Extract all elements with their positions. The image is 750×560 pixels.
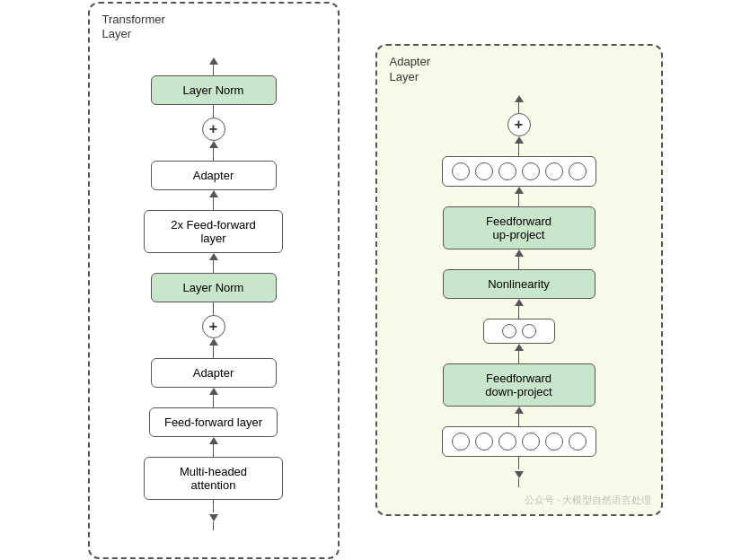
seg bbox=[213, 105, 215, 118]
seg bbox=[518, 457, 520, 469]
feedforward-label: 2x Feed-forwardlayer bbox=[171, 218, 256, 245]
feed-forward-box: Feed-forward layer bbox=[149, 407, 278, 437]
tip bbox=[515, 299, 524, 306]
plus-circle-top: + bbox=[202, 118, 225, 141]
adapter-title-line1: Adapter bbox=[390, 55, 431, 68]
output-arrow-top bbox=[209, 57, 218, 75]
arrow1 bbox=[213, 105, 215, 118]
attention-label: Multi-headedattention bbox=[180, 465, 247, 492]
seg bbox=[213, 444, 215, 457]
transformer-title-line1: Transformer bbox=[102, 13, 165, 26]
tip bbox=[515, 407, 524, 414]
rarrow5 bbox=[515, 344, 524, 363]
circle-1 bbox=[452, 162, 470, 180]
tip bbox=[209, 338, 218, 346]
seg bbox=[213, 346, 215, 358]
watermark-text: 公众号 · 大模型自然语言处理 bbox=[525, 494, 651, 505]
feedforward-up-label: Feedforwardup-project bbox=[486, 214, 551, 241]
arrow-tip bbox=[209, 57, 218, 65]
adapter-title-line2: Layer bbox=[390, 70, 419, 83]
output-circles-row bbox=[442, 156, 596, 187]
arrow7 bbox=[209, 388, 218, 407]
layer-norm-top-box: Layer Norm bbox=[151, 75, 277, 105]
tip bbox=[209, 514, 218, 521]
tip bbox=[209, 437, 218, 444]
tip bbox=[515, 249, 524, 257]
seg bbox=[518, 351, 520, 363]
feedforward-down-label: Feedforwarddown-project bbox=[485, 372, 551, 398]
tip bbox=[209, 190, 218, 197]
main-container: Transformer Layer Layer Norm + bbox=[70, 0, 681, 560]
rarrow2 bbox=[515, 187, 524, 206]
arrow8 bbox=[209, 437, 218, 457]
tip bbox=[515, 471, 524, 478]
tip bbox=[515, 95, 524, 102]
nonlinearity-label: Nonlinearity bbox=[488, 277, 550, 291]
arrow6 bbox=[209, 338, 218, 358]
layer-norm-mid-label: Layer Norm bbox=[183, 281, 244, 294]
seg bbox=[213, 260, 215, 273]
transformer-title-line2: Layer bbox=[102, 27, 132, 40]
seg bbox=[213, 148, 215, 161]
in-circle-1 bbox=[452, 433, 470, 451]
feedforward-down-box: Feedforwarddown-project bbox=[443, 363, 596, 407]
rarrow4 bbox=[515, 299, 524, 319]
seg bbox=[213, 521, 215, 530]
plus-circle-right: + bbox=[507, 113, 531, 136]
circle-5 bbox=[545, 162, 563, 180]
seg bbox=[213, 302, 215, 315]
tip bbox=[515, 187, 524, 194]
adapter-diagram: Adapter Layer + bbox=[375, 44, 663, 516]
arrow4 bbox=[209, 253, 218, 273]
arrow2 bbox=[209, 141, 218, 161]
small-circle-2 bbox=[522, 324, 536, 338]
arrow3 bbox=[209, 190, 218, 210]
plus-circle-mid: + bbox=[202, 315, 225, 338]
seg bbox=[518, 194, 520, 206]
feedforward-up-box: Feedforwardup-project bbox=[443, 206, 596, 249]
left-flow: Layer Norm + Adapter bbox=[117, 57, 311, 530]
rarrow3 bbox=[515, 249, 524, 269]
seg bbox=[518, 414, 520, 426]
circle-6 bbox=[569, 162, 587, 180]
rarrow6 bbox=[515, 407, 524, 426]
right-flow: + Feedforwardup-proje bbox=[395, 95, 643, 487]
seg bbox=[213, 197, 215, 210]
arrow5 bbox=[213, 302, 215, 315]
circle-2 bbox=[475, 162, 493, 180]
in-circle-2 bbox=[475, 433, 493, 451]
seg bbox=[518, 478, 520, 487]
watermark: 公众号 · 大模型自然语言处理 bbox=[525, 494, 651, 507]
tip bbox=[209, 388, 218, 395]
adapter-top-box: Adapter bbox=[151, 161, 277, 190]
nonlinearity-box: Nonlinearity bbox=[443, 269, 596, 299]
circle-4 bbox=[522, 162, 540, 180]
small-circle-1 bbox=[502, 324, 516, 338]
in-circle-5 bbox=[545, 433, 563, 451]
arrow-input bbox=[209, 500, 218, 530]
in-circle-3 bbox=[499, 433, 516, 451]
layer-norm-mid-box: Layer Norm bbox=[151, 273, 277, 302]
tip bbox=[209, 253, 218, 260]
in-circle-4 bbox=[522, 433, 540, 451]
transformer-diagram: Transformer Layer Layer Norm + bbox=[88, 2, 340, 559]
attention-box: Multi-headedattention bbox=[144, 457, 283, 500]
layer-norm-top-label: Layer Norm bbox=[183, 83, 244, 97]
output-arrow-right-top bbox=[515, 95, 524, 113]
adapter-bot-box: Adapter bbox=[151, 358, 277, 388]
feed-forward-label: Feed-forward layer bbox=[164, 416, 262, 429]
input-circles-row bbox=[442, 426, 596, 457]
bottleneck-circles-row bbox=[483, 319, 555, 344]
arrow-seg bbox=[213, 65, 215, 75]
tip bbox=[209, 141, 218, 148]
seg bbox=[213, 395, 215, 407]
seg bbox=[213, 500, 215, 512]
adapter-top-label: Adapter bbox=[193, 169, 234, 182]
adapter-label: Adapter Layer bbox=[390, 55, 431, 85]
transformer-label: Transformer Layer bbox=[102, 13, 165, 43]
seg bbox=[518, 257, 520, 269]
input-arrow bbox=[515, 457, 524, 487]
feedforward-box: 2x Feed-forwardlayer bbox=[144, 210, 283, 253]
adapter-bot-label: Adapter bbox=[193, 366, 234, 380]
tip bbox=[515, 136, 524, 144]
